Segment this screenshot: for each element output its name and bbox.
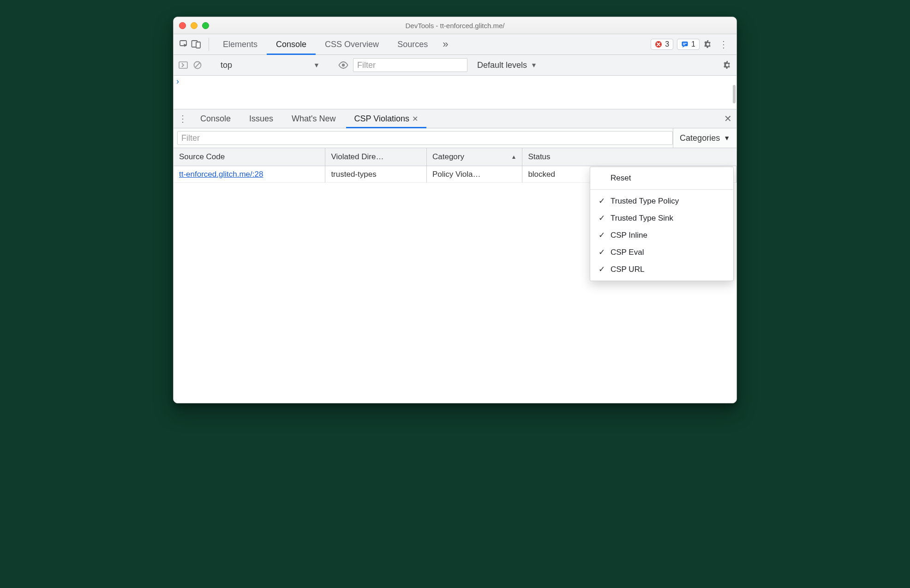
th-directive[interactable]: Violated Dire… bbox=[325, 148, 427, 166]
td-directive: trusted-types bbox=[325, 166, 427, 183]
table-header: Source Code Violated Dire… Category ▲ St… bbox=[174, 148, 736, 166]
errors-count: 3 bbox=[665, 40, 669, 48]
check-icon: ✓ bbox=[598, 196, 606, 206]
menu-item-reset[interactable]: Reset bbox=[590, 170, 733, 186]
drawer-tabbar: ⋮ Console Issues What's New CSP Violatio… bbox=[174, 109, 736, 128]
drawer-tab-label: CSP Violations bbox=[354, 114, 409, 124]
issues-chip[interactable]: 1 bbox=[677, 39, 700, 50]
kebab-menu-icon[interactable]: ⋮ bbox=[716, 39, 731, 50]
main-toolbar: Elements Console CSS Overview Sources » … bbox=[174, 34, 736, 55]
titlebar: DevTools - tt-enforced.glitch.me/ bbox=[174, 17, 736, 34]
errors-chip[interactable]: 3 bbox=[651, 39, 673, 50]
settings-icon[interactable] bbox=[703, 40, 712, 49]
tab-css-overview[interactable]: CSS Overview bbox=[316, 34, 388, 54]
chevron-down-icon: ▼ bbox=[313, 61, 320, 69]
menu-item-trusted-type-policy[interactable]: ✓ Trusted Type Policy bbox=[590, 192, 733, 210]
menu-item-csp-inline[interactable]: ✓ CSP Inline bbox=[590, 227, 733, 244]
issues-count: 1 bbox=[691, 40, 695, 48]
live-expression-icon[interactable] bbox=[338, 61, 348, 69]
log-levels-label: Default levels bbox=[477, 60, 527, 70]
menu-item-csp-url[interactable]: ✓ CSP URL bbox=[590, 261, 733, 278]
categories-label: Categories bbox=[680, 133, 720, 143]
th-source[interactable]: Source Code bbox=[174, 148, 325, 166]
svg-rect-4 bbox=[682, 42, 688, 46]
menu-item-label: CSP Eval bbox=[611, 248, 644, 257]
prompt-caret-icon: › bbox=[176, 77, 179, 86]
inspect-icon[interactable] bbox=[179, 40, 188, 49]
check-icon: ✓ bbox=[598, 264, 606, 274]
window-title: DevTools - tt-enforced.glitch.me/ bbox=[174, 22, 736, 30]
menu-item-trusted-type-sink[interactable]: ✓ Trusted Type Sink bbox=[590, 210, 733, 227]
console-filter-placeholder: Filter bbox=[357, 60, 376, 70]
csp-panel: Filter Categories ▼ Source Code Violated… bbox=[174, 128, 736, 403]
csp-filter-placeholder: Filter bbox=[181, 133, 200, 143]
menu-item-csp-eval[interactable]: ✓ CSP Eval bbox=[590, 244, 733, 261]
error-icon bbox=[655, 41, 662, 48]
drawer-kebab-icon[interactable]: ⋮ bbox=[175, 109, 190, 128]
console-settings-icon[interactable] bbox=[723, 60, 732, 70]
check-icon: ✓ bbox=[598, 247, 606, 257]
tab-elements[interactable]: Elements bbox=[214, 34, 267, 54]
th-status[interactable]: Status bbox=[522, 148, 736, 166]
drawer-tab-console[interactable]: Console bbox=[192, 109, 239, 128]
main-tabs: Elements Console CSS Overview Sources bbox=[214, 34, 437, 54]
close-tab-icon[interactable]: ✕ bbox=[412, 114, 418, 123]
sort-asc-icon: ▲ bbox=[511, 154, 516, 160]
svg-rect-5 bbox=[683, 43, 687, 44]
issue-icon bbox=[681, 41, 688, 48]
drawer-tab-issues[interactable]: Issues bbox=[241, 109, 281, 128]
th-category-label: Category bbox=[432, 152, 464, 162]
menu-item-label: CSP URL bbox=[611, 265, 644, 274]
svg-point-11 bbox=[342, 64, 345, 66]
menu-item-label: CSP Inline bbox=[611, 231, 647, 240]
svg-rect-2 bbox=[196, 42, 200, 48]
td-category: Policy Viola… bbox=[427, 166, 522, 183]
chevron-down-icon: ▼ bbox=[531, 61, 537, 69]
td-source[interactable]: tt-enforced.glitch.me/:28 bbox=[174, 166, 325, 183]
svg-rect-6 bbox=[683, 44, 685, 45]
menu-item-label: Trusted Type Policy bbox=[611, 197, 679, 206]
csp-filter-input[interactable]: Filter bbox=[177, 131, 673, 145]
source-link[interactable]: tt-enforced.glitch.me/:28 bbox=[179, 170, 263, 179]
context-label: top bbox=[221, 60, 232, 70]
menu-item-label: Reset bbox=[611, 174, 631, 183]
console-body[interactable]: › bbox=[174, 76, 736, 109]
categories-menu[interactable]: Reset ✓ Trusted Type Policy ✓ Trusted Ty… bbox=[590, 167, 734, 281]
console-toolbar: top ▼ Filter Default levels ▼ bbox=[174, 55, 736, 76]
drawer-close-icon[interactable]: ✕ bbox=[719, 109, 736, 128]
categories-button[interactable]: Categories ▼ bbox=[673, 128, 736, 148]
check-icon: ✓ bbox=[598, 213, 606, 223]
console-filter-input[interactable]: Filter bbox=[353, 58, 467, 72]
tab-sources[interactable]: Sources bbox=[388, 34, 437, 54]
th-category[interactable]: Category ▲ bbox=[427, 148, 522, 166]
drawer-tab-whatsnew[interactable]: What's New bbox=[283, 109, 344, 128]
table-body: tt-enforced.glitch.me/:28 trusted-types … bbox=[174, 166, 736, 403]
tab-console[interactable]: Console bbox=[267, 34, 316, 54]
log-levels-select[interactable]: Default levels ▼ bbox=[472, 58, 542, 72]
clear-console-icon[interactable] bbox=[193, 60, 202, 70]
context-select[interactable]: top ▼ bbox=[216, 58, 325, 72]
devtools-window: DevTools - tt-enforced.glitch.me/ Elemen… bbox=[173, 17, 737, 403]
svg-line-10 bbox=[195, 63, 200, 67]
check-icon: ✓ bbox=[598, 230, 606, 240]
drawer-tab-csp-violations[interactable]: CSP Violations ✕ bbox=[346, 109, 426, 128]
more-tabs-button[interactable]: » bbox=[440, 34, 451, 54]
menu-item-label: Trusted Type Sink bbox=[611, 214, 673, 223]
chevron-down-icon: ▼ bbox=[724, 134, 730, 142]
toggle-sidebar-icon[interactable] bbox=[178, 60, 188, 70]
device-toggle-icon[interactable] bbox=[191, 40, 201, 49]
